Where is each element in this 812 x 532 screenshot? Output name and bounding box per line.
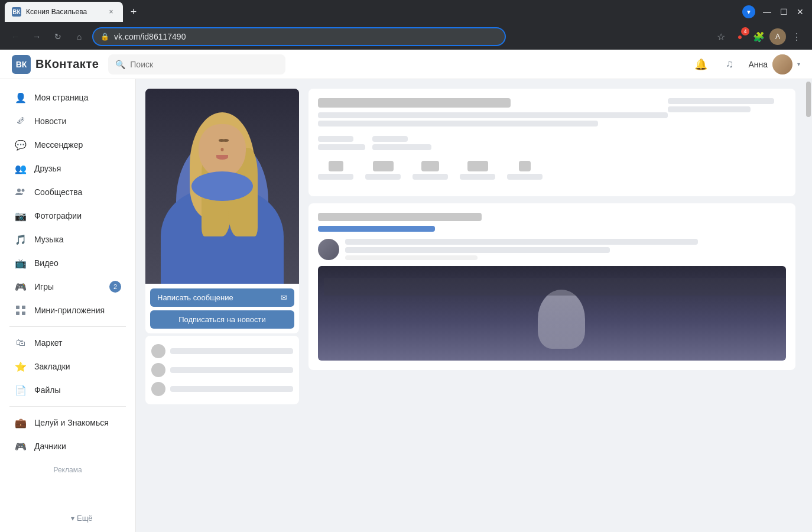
sidebar-item-my-page[interactable]: 👤 Моя страница	[5, 86, 131, 109]
extension-icon[interactable]: ● 4	[732, 28, 748, 45]
sidebar-market-label: Маркет	[34, 338, 121, 348]
svg-rect-3	[22, 306, 25, 309]
scrollbar-thumb[interactable]	[806, 82, 811, 117]
extensions-icon[interactable]: 🧩	[751, 28, 767, 45]
profile-photo[interactable]	[145, 89, 299, 284]
mini-apps-icon	[14, 304, 27, 317]
scrollbar-track[interactable]	[805, 79, 812, 532]
sidebar-games-label: Игры	[34, 282, 102, 291]
user-avatar	[772, 54, 792, 74]
home-button[interactable]: ⌂	[71, 28, 87, 45]
show-more-button[interactable]: ▾ Ещё	[71, 514, 93, 523]
minimize-button[interactable]: —	[760, 5, 774, 19]
sidebar-video-label: Видео	[34, 258, 121, 268]
search-icon: 🔍	[115, 60, 125, 69]
svg-point-1	[22, 189, 25, 192]
commenter-avatar	[318, 239, 339, 260]
new-tab-button[interactable]: +	[125, 4, 142, 20]
sidebar-files-label: Файлы	[34, 385, 121, 395]
user-name: Анна	[748, 60, 768, 69]
tab-title: Ксения Васильева	[26, 8, 102, 16]
friend-avatar-2	[151, 363, 165, 377]
stat-photos[interactable]	[460, 161, 495, 180]
sidebar-item-music[interactable]: 🎵 Музыка	[5, 228, 131, 251]
stat-subscriptions[interactable]	[413, 161, 448, 180]
market-icon: 🛍	[14, 336, 27, 349]
search-container: 🔍	[108, 54, 285, 74]
chrome-menu-button[interactable]: ⋮	[788, 28, 805, 45]
user-menu[interactable]: Анна ▾	[748, 54, 800, 74]
post-image	[318, 266, 786, 361]
sidebar-friends-label: Друзья	[34, 164, 121, 173]
chevron-down-icon: ▾	[797, 61, 800, 67]
vk-header: ВК ВКонтакте 🔍 🔔 ♫ Анна ▾	[0, 50, 812, 79]
sidebar-item-messenger[interactable]: 💬 Мессенджер	[5, 134, 131, 156]
kiss-icon: 💼	[14, 416, 27, 429]
sidebar-divider-1	[9, 326, 126, 327]
sidebar-messenger-label: Мессенджер	[34, 140, 121, 150]
vk-logo[interactable]: ВК ВКонтакте	[12, 55, 99, 74]
sidebar-news-label: Новости	[34, 116, 121, 126]
sidebar-item-communities[interactable]: Сообщества	[5, 181, 131, 203]
maximize-button[interactable]: ☐	[777, 5, 791, 19]
search-input[interactable]	[130, 60, 278, 69]
dacha-icon: 🎮	[14, 440, 27, 453]
message-button[interactable]: Написать сообщение ✉	[150, 288, 294, 307]
profile-photo-wrapper	[145, 89, 299, 284]
tab-favicon: ВК	[12, 7, 21, 17]
sidebar-item-photos[interactable]: 📷 Фотографии	[5, 205, 131, 227]
refresh-button[interactable]: ↻	[50, 28, 66, 45]
post-card-1	[308, 203, 795, 370]
svg-rect-4	[16, 312, 20, 315]
chrome-profile-icon[interactable]: ▼	[742, 5, 755, 18]
my-page-icon: 👤	[14, 91, 27, 104]
vk-logo-icon: ВК	[12, 55, 31, 74]
sidebar-item-games[interactable]: 🎮 Игры 2	[5, 275, 131, 298]
svg-rect-2	[16, 306, 20, 309]
video-icon: 📺	[14, 257, 27, 270]
tab-close-button[interactable]: ×	[106, 7, 116, 17]
sidebar-item-news[interactable]: 🗞 Новости	[5, 110, 131, 132]
sidebar-item-friends[interactable]: 👥 Друзья	[5, 157, 131, 180]
subscribe-button[interactable]: Подписаться на новости	[150, 310, 294, 329]
news-icon: 🗞	[14, 115, 27, 128]
sidebar-communities-label: Сообщества	[34, 187, 121, 197]
stat-followers[interactable]	[365, 161, 401, 180]
sidebar-item-files[interactable]: 📄 Файлы	[5, 379, 131, 401]
profile-info-card	[308, 89, 795, 196]
url-input[interactable]	[114, 32, 498, 41]
notifications-button[interactable]: 🔔	[691, 55, 710, 74]
sidebar-item-mini-apps[interactable]: Мини-приложения	[5, 299, 131, 322]
friend-name-2	[170, 367, 293, 373]
show-more-label: Ещё	[77, 514, 93, 523]
active-tab[interactable]: ВК Ксения Васильева ×	[5, 2, 123, 22]
vk-logo-text: ВКонтакте	[35, 57, 99, 71]
sidebar-music-label: Музыка	[34, 235, 121, 244]
sidebar-item-bookmarks[interactable]: ⭐ Закладки	[5, 355, 131, 378]
stat-friends[interactable]	[318, 161, 353, 180]
forward-button[interactable]: →	[28, 28, 45, 45]
profile-content: Написать сообщение ✉ Подписаться на ново…	[136, 79, 805, 532]
sidebar: 👤 Моя страница 🗞 Новости 💬 Мессенджер 👥 …	[0, 79, 136, 532]
close-button[interactable]: ✕	[793, 5, 807, 19]
back-button[interactable]: ←	[7, 28, 24, 45]
games-badge: 2	[109, 281, 121, 293]
chrome-user-avatar[interactable]: A	[769, 28, 786, 45]
files-icon: 📄	[14, 384, 27, 397]
sidebar-mini-apps-label: Мини-приложения	[34, 306, 121, 315]
music-button[interactable]: ♫	[720, 55, 739, 74]
games-icon: 🎮	[14, 280, 27, 293]
address-bar[interactable]: 🔒	[92, 27, 506, 46]
stat-videos[interactable]	[507, 161, 543, 180]
bookmark-icon[interactable]: ☆	[713, 28, 729, 45]
sidebar-kiss-label: Целуй и Знакомься	[34, 418, 121, 427]
sidebar-dacha-label: Дачники	[34, 442, 121, 451]
sidebar-my-page-label: Моя страница	[34, 93, 121, 102]
sidebar-item-video[interactable]: 📺 Видео	[5, 252, 131, 274]
friend-name-1	[170, 348, 293, 354]
sidebar-item-dacha[interactable]: 🎮 Дачники	[5, 435, 131, 458]
messenger-icon: 💬	[14, 138, 27, 151]
sidebar-item-kiss[interactable]: 💼 Целуй и Знакомься	[5, 411, 131, 434]
sidebar-item-market[interactable]: 🛍 Маркет	[5, 332, 131, 354]
music-icon: 🎵	[14, 233, 27, 246]
